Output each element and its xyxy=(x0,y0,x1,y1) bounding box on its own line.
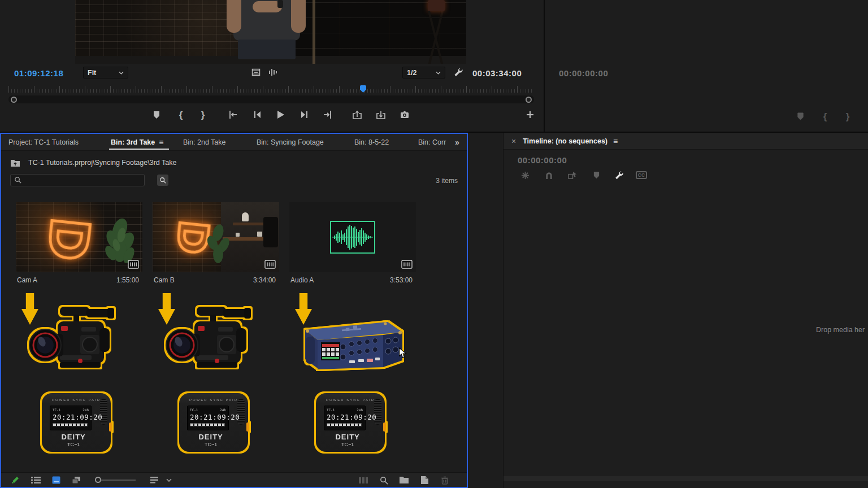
drag-video-only-icon[interactable] xyxy=(251,67,261,77)
button-editor-plus-button[interactable] xyxy=(524,109,536,120)
zoom-level-select[interactable]: Fit xyxy=(83,67,128,79)
search-in-bin-button[interactable] xyxy=(157,175,168,186)
step-forward-button[interactable] xyxy=(299,109,310,120)
search-input[interactable] xyxy=(10,174,145,186)
sort-chevron-icon[interactable] xyxy=(164,475,174,485)
mark-out-icon[interactable]: } xyxy=(842,111,853,122)
breadcrumb: TC-1 Tutorials.prproj\Syncing Footage\3r… xyxy=(1,155,467,170)
clip-thumbnail-cam-a[interactable]: D xyxy=(16,202,142,272)
timeline-header: × Timeline: (no sequences) ≡ xyxy=(504,133,868,150)
tc1-timecode: 20:21:09:20 xyxy=(327,413,363,421)
new-item-button[interactable] xyxy=(419,475,429,485)
close-panel-button[interactable]: × xyxy=(511,137,516,146)
add-marker-icon[interactable] xyxy=(591,170,602,180)
drag-audio-only-icon[interactable] xyxy=(268,67,278,77)
deity-tc1-device: POWER SYNC PAIR TC-124h 20:21:09:20 DEIT… xyxy=(179,393,248,452)
plant-decor xyxy=(206,219,232,270)
automate-to-sequence-button[interactable] xyxy=(358,475,368,485)
export-frame-button[interactable] xyxy=(399,109,410,120)
go-to-in-button[interactable] xyxy=(227,109,238,120)
clip-duration: 3:53:00 xyxy=(371,276,413,284)
audio-recorder-image: ▂▄▂▆▂ xyxy=(288,317,405,374)
media-type-badge-icon xyxy=(401,260,413,269)
tab-bin-syncing-footage[interactable]: Bin: Syncing Footage xyxy=(257,134,324,151)
clip-duration: 1:55:00 xyxy=(97,276,139,284)
tc1-timecode: 20:21:09:20 xyxy=(53,413,89,421)
program-duration: 00:03:34:00 xyxy=(472,68,522,78)
tab-bin-2nd-take[interactable]: Bin: 2nd Take xyxy=(183,134,226,151)
deity-tc1-device: POWER SYNC PAIR TC-124h 20:21:09:20 DEIT… xyxy=(316,393,385,452)
zoom-handle-left[interactable] xyxy=(11,97,17,103)
neon-d-sign: D xyxy=(36,215,100,264)
tc1-screen: TC-124h 20:21:09:20 xyxy=(324,406,366,430)
preview-person xyxy=(223,0,308,59)
add-marker-icon[interactable] xyxy=(795,111,806,122)
mark-in-button[interactable]: { xyxy=(175,109,186,120)
zoom-handle-right[interactable] xyxy=(526,97,532,103)
secondary-monitor-panel: 00:00:00:00 { } xyxy=(545,0,868,132)
extract-button[interactable] xyxy=(375,109,387,120)
go-to-out-button[interactable] xyxy=(322,109,333,120)
deity-tc1-device: POWER SYNC PAIR TC-124h 20:21:09:20 DEIT… xyxy=(42,393,111,452)
clip-name[interactable]: Audio A xyxy=(290,276,314,284)
program-zoom-scrollbar[interactable] xyxy=(8,95,534,103)
chevron-down-icon xyxy=(119,71,124,75)
list-view-button[interactable] xyxy=(31,475,41,485)
panel-menu-icon[interactable]: ≡ xyxy=(613,137,618,146)
audio-waveform xyxy=(330,221,375,254)
add-marker-button[interactable] xyxy=(151,109,162,120)
play-button[interactable] xyxy=(275,109,286,120)
mark-in-icon[interactable]: { xyxy=(819,111,831,122)
preview-tripod xyxy=(416,0,456,64)
program-monitor-panel: 01:09:12:18 Fit 1/2 00:03:34:00 xyxy=(0,0,544,132)
program-video-preview[interactable] xyxy=(75,0,466,64)
cinema-camera-image xyxy=(25,299,121,375)
project-writable-pencil-icon[interactable] xyxy=(10,475,20,485)
clip-thumbnail-audio-a[interactable] xyxy=(289,202,416,272)
timeline-timecode[interactable]: 00:00:00:00 xyxy=(518,155,567,165)
clip-name[interactable]: Cam B xyxy=(154,276,175,284)
timeline-settings-wrench-icon[interactable] xyxy=(613,170,624,180)
program-time-ruler[interactable] xyxy=(8,86,534,93)
timeline-title[interactable]: Timeline: (no sequences) xyxy=(523,137,607,145)
clip-duration: 3:34:00 xyxy=(234,276,276,284)
tc1-screen: TC-124h 20:21:09:20 xyxy=(187,406,229,430)
mark-out-button[interactable]: } xyxy=(197,109,209,120)
panel-menu-icon[interactable]: ≡ xyxy=(159,138,163,147)
lift-button[interactable] xyxy=(351,109,363,120)
chevron-down-icon xyxy=(436,71,441,75)
sort-icons-button[interactable] xyxy=(149,475,159,485)
new-bin-button[interactable] xyxy=(399,475,409,485)
media-type-badge-icon xyxy=(128,260,139,269)
settings-wrench-icon[interactable] xyxy=(453,67,464,78)
drop-media-hint: Drop media her xyxy=(816,326,865,334)
program-timecode[interactable]: 01:09:12:18 xyxy=(14,68,63,78)
timeline-panel: × Timeline: (no sequences) ≡ 00:00:00:00… xyxy=(503,133,868,488)
captions-icon[interactable]: CC xyxy=(636,170,647,180)
tab-bin-corr[interactable]: Bin: Corr xyxy=(418,134,446,151)
project-panel: Project: TC-1 Tutorials Bin: 3rd Take ≡ … xyxy=(0,133,468,488)
monitor-divider xyxy=(544,0,545,132)
nest-sequences-icon[interactable] xyxy=(519,170,531,180)
snap-magnet-icon[interactable] xyxy=(543,170,554,180)
timeline-scrollbar-track[interactable] xyxy=(504,476,868,481)
media-type-badge-icon xyxy=(264,260,276,269)
playback-resolution-select[interactable]: 1/2 xyxy=(402,67,445,79)
icon-view-button[interactable] xyxy=(51,475,61,485)
breadcrumb-path[interactable]: TC-1 Tutorials.prproj\Syncing Footage\3r… xyxy=(28,159,176,167)
freeform-view-button[interactable] xyxy=(71,475,81,485)
tab-overflow-button[interactable]: » xyxy=(455,134,459,151)
delete-button[interactable] xyxy=(440,475,450,485)
tab-bin-8-5-22[interactable]: Bin: 8-5-22 xyxy=(354,134,389,151)
navigate-up-folder-icon[interactable] xyxy=(10,159,20,167)
premiere-pro-window: 01:09:12:18 Fit 1/2 00:03:34:00 xyxy=(0,0,868,488)
source-timecode[interactable]: 00:00:00:00 xyxy=(559,68,608,78)
step-back-button[interactable] xyxy=(251,109,263,120)
linked-selection-icon[interactable] xyxy=(567,170,578,180)
find-button[interactable] xyxy=(379,475,389,485)
clip-thumbnail-cam-b[interactable]: D xyxy=(153,202,279,272)
clip-name[interactable]: Cam A xyxy=(17,276,37,284)
tab-project[interactable]: Project: TC-1 Tutorials xyxy=(8,134,79,151)
project-panel-toolbar xyxy=(1,472,467,487)
thumbnail-zoom-slider[interactable] xyxy=(101,480,136,481)
